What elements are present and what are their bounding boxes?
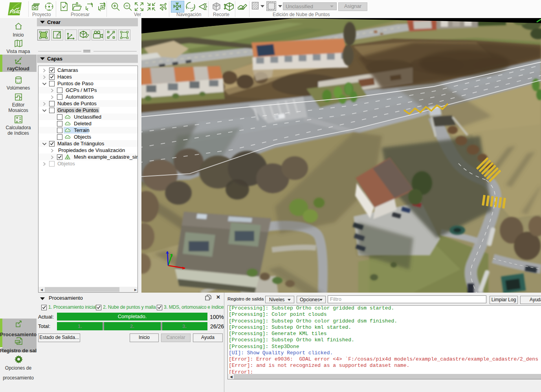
svg-text:LOG: LOG	[16, 341, 21, 343]
svg-text:Pix4D: Pix4D	[10, 10, 21, 14]
